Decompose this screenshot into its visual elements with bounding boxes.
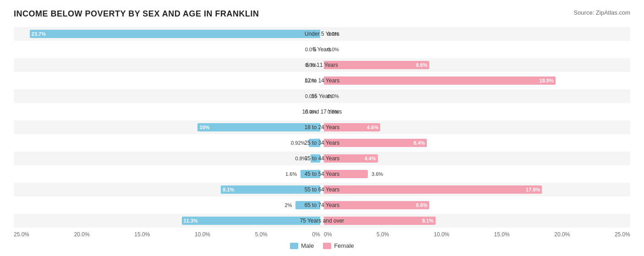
female-bar: 8.6% xyxy=(324,61,429,69)
female-value-label: 18.9% xyxy=(540,78,554,83)
female-bar-container: 0.0% xyxy=(322,105,630,119)
female-bar-container: 18.9% xyxy=(322,74,630,87)
male-value-label: 23.7% xyxy=(32,31,46,37)
male-value-label: 0.0% xyxy=(305,78,318,83)
female-swatch xyxy=(323,243,331,249)
chart-header: INCOME BELOW POVERTY BY SEX AND AGE IN F… xyxy=(14,9,630,19)
chart-source: Source: ZipAtlas.com xyxy=(573,9,630,16)
female-bar: 8.6% xyxy=(324,201,429,209)
male-bar-container: 0.0% xyxy=(14,89,322,103)
legend-item-female: Female xyxy=(323,242,354,249)
male-bar: 0.8% xyxy=(311,154,320,163)
axis-label: 5.0% xyxy=(377,231,389,238)
legend-item-male: Male xyxy=(290,242,314,249)
male-value-label: 0.0% xyxy=(305,93,318,99)
male-bar-container: 11.3% xyxy=(14,214,322,228)
table-row: 23.7%Under 5 Years0.0% xyxy=(14,27,630,41)
table-row: 10%18 to 24 Years4.6% xyxy=(14,120,630,134)
table-row: 0.0%15 Years0.0% xyxy=(14,89,630,103)
axis-label: 20.0% xyxy=(74,231,90,238)
female-value-label: 9.1% xyxy=(422,218,433,223)
female-bar: 8.4% xyxy=(324,139,427,147)
male-bar-container: 2% xyxy=(14,198,322,212)
female-value-label: 3.6% xyxy=(370,171,383,177)
male-value-label: 8.1% xyxy=(223,187,234,192)
female-bar-container: 8.6% xyxy=(322,58,630,72)
male-bar: 2% xyxy=(295,201,320,209)
male-bar-container: 0.92% xyxy=(14,136,322,150)
table-row: 8.1%55 to 64 Years17.8% xyxy=(14,183,630,196)
male-bar-container: 0.8% xyxy=(14,152,322,165)
axis-left: 25.0%20.0%15.0%10.0%5.0%0% xyxy=(14,231,322,238)
male-bar-container: 23.7% xyxy=(14,27,322,41)
table-row: 2%65 to 74 Years8.6% xyxy=(14,198,630,212)
female-bar-container: 0.0% xyxy=(322,89,630,103)
male-value-label: 1.6% xyxy=(285,171,299,177)
axis-label: 5.0% xyxy=(255,231,267,238)
male-bar-container: 1.6% xyxy=(14,167,322,181)
female-bar-container: 8.6% xyxy=(322,198,630,212)
male-bar: 11.3% xyxy=(182,217,320,225)
axis-label: 20.0% xyxy=(554,231,570,238)
male-bar: 8.1% xyxy=(221,185,320,194)
female-value-label: 0.0% xyxy=(326,109,339,114)
male-value-label: 0.0% xyxy=(305,47,318,52)
axis-label: 25.0% xyxy=(615,231,630,238)
male-value-label: 2% xyxy=(285,202,294,208)
female-value-label: 8.4% xyxy=(414,140,425,146)
male-value-label: 11.3% xyxy=(184,218,198,223)
male-bar: 0.92% xyxy=(309,139,320,147)
axis-label: 25.0% xyxy=(14,231,29,238)
table-row: 0.0%12 to 14 Years18.9% xyxy=(14,74,630,87)
axis-label: 10.0% xyxy=(195,231,210,238)
female-bar-container: 4.4% xyxy=(322,152,630,165)
axis-label: 15.0% xyxy=(134,231,150,238)
table-row: 0.0%16 and 17 Years0.0% xyxy=(14,105,630,119)
table-row: 0.8%35 to 44 Years4.4% xyxy=(14,152,630,165)
table-row: 0.92%25 to 34 Years8.4% xyxy=(14,136,630,150)
male-bar: 1.6% xyxy=(300,170,320,178)
table-row: 0.0%5 Years0.0% xyxy=(14,43,630,56)
male-bar-container: 0.0% xyxy=(14,105,322,119)
table-row: 0.0%6 to 11 Years8.6% xyxy=(14,58,630,72)
male-value-label: 0.0% xyxy=(305,109,318,114)
male-value-label: 0.0% xyxy=(305,62,318,68)
male-bar: 10% xyxy=(197,123,320,131)
female-bar: 3.6% xyxy=(324,170,368,178)
chart-area: 23.7%Under 5 Years0.0%0.0%5 Years0.0%0.0… xyxy=(14,27,630,238)
female-bar: 9.1% xyxy=(324,217,436,225)
female-bar-container: 0.0% xyxy=(322,43,630,56)
male-swatch xyxy=(290,243,298,249)
female-value-label: 17.8% xyxy=(526,187,540,192)
female-value-label: 8.6% xyxy=(416,62,427,68)
chart-container: INCOME BELOW POVERTY BY SEX AND AGE IN F… xyxy=(0,0,644,256)
male-bar-container: 0.0% xyxy=(14,43,322,56)
axis-label: 15.0% xyxy=(494,231,510,238)
female-value-label: 8.6% xyxy=(416,202,427,208)
male-bar-container: 0.0% xyxy=(14,74,322,87)
female-value-label: 0.0% xyxy=(326,93,339,99)
female-bar-container: 17.8% xyxy=(322,183,630,196)
male-bar: 23.7% xyxy=(30,30,320,38)
female-bar-container: 0.0% xyxy=(322,27,630,41)
female-value-label: 0.0% xyxy=(326,47,339,52)
male-bar-container: 0.0% xyxy=(14,58,322,72)
female-bar-container: 4.6% xyxy=(322,120,630,134)
female-bar: 4.6% xyxy=(324,123,380,131)
male-bar-container: 8.1% xyxy=(14,183,322,196)
female-bar-container: 8.4% xyxy=(322,136,630,150)
axis-right: 0%5.0%10.0%15.0%20.0%25.0% xyxy=(322,231,630,238)
axis-row: 25.0%20.0%15.0%10.0%5.0%0% 0%5.0%10.0%15… xyxy=(14,231,630,238)
male-bar-container: 10% xyxy=(14,120,322,134)
table-row: 1.6%45 to 54 Years3.6% xyxy=(14,167,630,181)
rows-wrapper: 23.7%Under 5 Years0.0%0.0%5 Years0.0%0.0… xyxy=(14,27,630,228)
female-value-label: 4.6% xyxy=(367,125,378,130)
male-value-label: 10% xyxy=(199,125,209,130)
male-label: Male xyxy=(301,242,314,249)
female-bar: 4.4% xyxy=(324,154,378,163)
female-value-label: 0.0% xyxy=(326,31,339,37)
legend: Male Female xyxy=(14,242,630,249)
female-bar: 18.9% xyxy=(324,76,556,85)
axis-label: 10.0% xyxy=(434,231,449,238)
axis-label: 0% xyxy=(324,231,332,238)
